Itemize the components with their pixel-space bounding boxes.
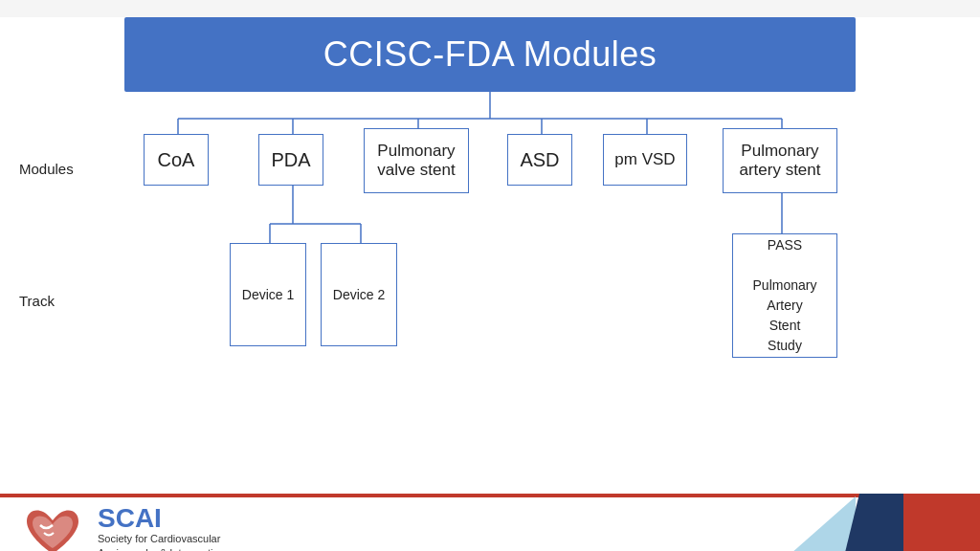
footer-decorations [769, 494, 980, 551]
module-pda: PDA [258, 134, 323, 186]
module-asd: ASD [507, 134, 572, 186]
label-track: Track [19, 293, 55, 309]
track-device1: Device 1 [230, 243, 306, 346]
track-pass: PASSPulmonaryArteryStentStudy [732, 233, 837, 358]
logo-area: SCAI Society for Cardiovascular Angiogra… [19, 504, 230, 551]
scai-name: SCAI [98, 505, 230, 532]
module-pmvsd: pm VSD [603, 134, 687, 186]
track-device2: Device 2 [321, 243, 397, 346]
scai-full-name: Society for Cardiovascular Angiography &… [98, 532, 230, 551]
diagram-area: Modules Track [124, 92, 856, 398]
module-pvs: Pulmonaryvalve stent [364, 128, 469, 193]
module-coa: CoA [144, 134, 209, 186]
slide: CCISC-FDA Modules Modules Track [0, 17, 980, 551]
scai-logo-icon [19, 504, 86, 551]
label-modules: Modules [19, 161, 74, 177]
deco-lightblue-shape [774, 496, 856, 551]
footer: SCAI Society for Cardiovascular Angiogra… [0, 494, 980, 551]
page-title: CCISC-FDA Modules [323, 34, 657, 74]
module-pas: Pulmonaryartery stent [723, 128, 837, 193]
scai-text-block: SCAI Society for Cardiovascular Angiogra… [98, 505, 230, 551]
header-bar: CCISC-FDA Modules [124, 17, 856, 92]
deco-red-shape [903, 494, 980, 551]
